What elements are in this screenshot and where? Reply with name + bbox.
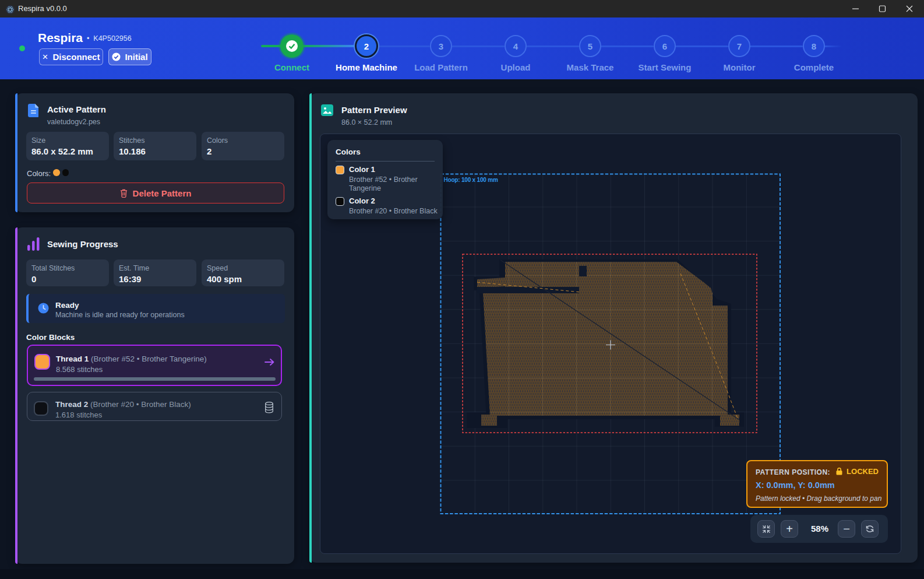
svg-text:Hoop: 100 x 100 mm: Hoop: 100 x 100 mm bbox=[444, 177, 498, 183]
